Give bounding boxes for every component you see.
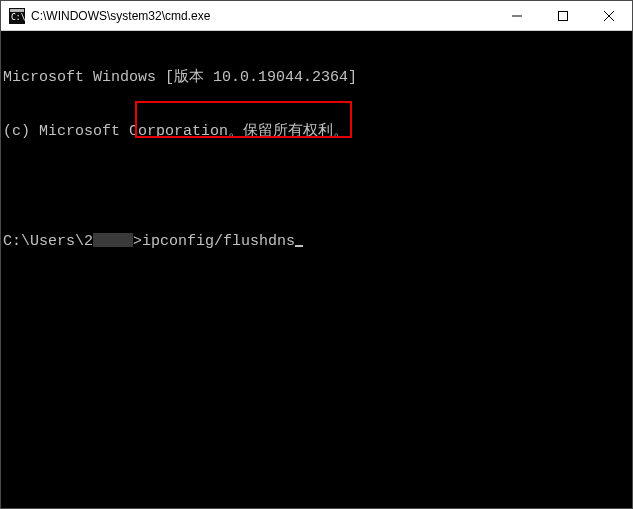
terminal-area[interactable]: Microsoft Windows [版本 10.0.19044.2364] (… <box>1 31 632 508</box>
prompt-suffix: > <box>133 233 142 251</box>
close-button[interactable] <box>586 1 632 30</box>
window-controls <box>494 1 632 30</box>
window-title: C:\WINDOWS\system32\cmd.exe <box>31 9 494 23</box>
cmd-icon: C:\ <box>9 8 25 24</box>
svg-text:C:\: C:\ <box>11 13 25 22</box>
minimize-button[interactable] <box>494 1 540 30</box>
terminal-line-2: (c) Microsoft Corporation。保留所有权利。 <box>3 123 632 141</box>
svg-rect-4 <box>559 11 568 20</box>
command-text: ipconfig/flushdns <box>142 233 295 251</box>
terminal-blank-line <box>3 177 632 195</box>
cmd-window: C:\ C:\WINDOWS\system32\cmd.exe Microsof… <box>0 0 633 509</box>
titlebar[interactable]: C:\ C:\WINDOWS\system32\cmd.exe <box>1 1 632 31</box>
terminal-line-1: Microsoft Windows [版本 10.0.19044.2364] <box>3 69 632 87</box>
svg-rect-1 <box>10 9 24 12</box>
maximize-button[interactable] <box>540 1 586 30</box>
prompt-prefix: C:\Users\2 <box>3 233 93 251</box>
terminal-prompt-line: C:\Users\2>ipconfig/flushdns <box>3 231 632 251</box>
cursor-icon <box>295 245 303 247</box>
redacted-username <box>93 233 133 247</box>
